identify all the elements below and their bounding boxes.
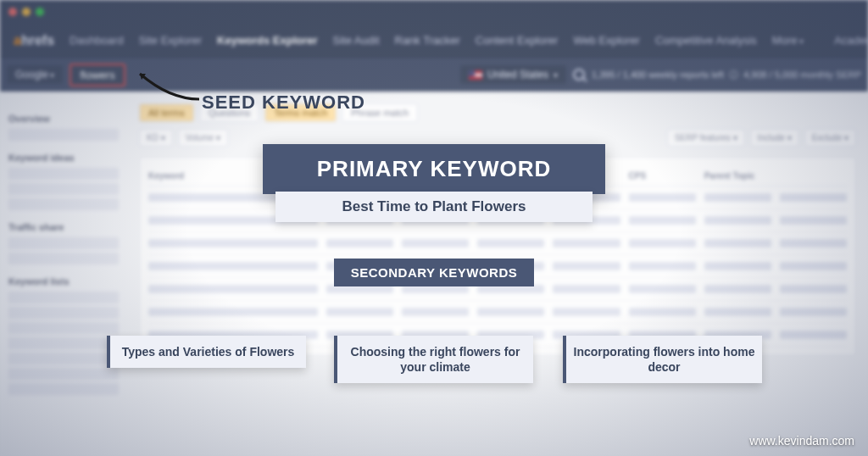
nav-more[interactable]: More <box>772 34 804 47</box>
sidebar: Overview Keyword ideas Traffic share Key… <box>0 92 127 456</box>
credit-text: www.kevindam.com <box>749 434 854 448</box>
reports-counter: 1,395 / 1,400 weekly reports left ⓘ 4,90… <box>592 69 861 81</box>
secondary-keyword-item: Incorporating flowers into home decor <box>563 336 762 383</box>
nav-rank-tracker[interactable]: Rank Tracker <box>395 34 460 47</box>
primary-keyword-label: PRIMARY KEYWORD <box>263 144 605 194</box>
arrow-icon <box>127 70 203 103</box>
country-select[interactable]: United States <box>460 65 566 84</box>
sidebar-header: Traffic share <box>8 222 119 232</box>
nav-content-explorer[interactable]: Content Explorer <box>476 34 559 47</box>
sidebar-header: Keyword lists <box>8 276 119 286</box>
nav-web-explorer[interactable]: Web Explorer <box>573 34 640 47</box>
secondary-keywords-label: SECONDARY KEYWORDS <box>334 259 534 286</box>
nav-site-audit[interactable]: Site Audit <box>333 34 380 47</box>
secondary-keyword-item: Choosing the right flowers for your clim… <box>334 336 533 383</box>
seed-keyword-label: SEED KEYWORD <box>202 92 365 114</box>
flag-icon <box>469 70 482 80</box>
nav-academy[interactable]: Academy <box>834 34 868 47</box>
primary-keyword-value: Best Time to Plant Flowers <box>275 192 593 222</box>
nav-competitive-analysis[interactable]: Competitive Analysis <box>655 34 757 47</box>
secondary-keyword-item: Types and Varieties of Flowers <box>107 336 306 368</box>
search-icon[interactable] <box>573 69 585 81</box>
sidebar-header: Keyword ideas <box>8 153 119 163</box>
